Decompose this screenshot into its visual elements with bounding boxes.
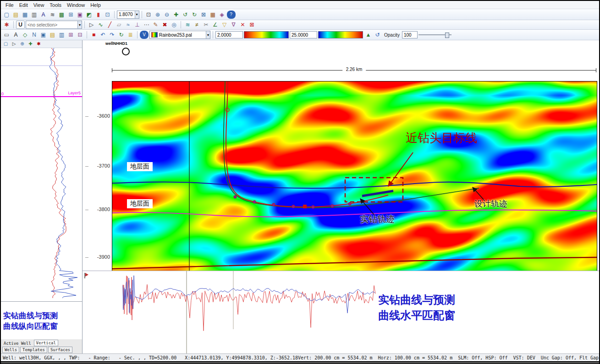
pick-horizon-icon[interactable]: ∿ [96,21,105,29]
next-view-icon[interactable]: ↻ [190,11,199,19]
select-pointer-icon[interactable]: ▷ [87,21,96,29]
tab-active-well[interactable]: Active Well [2,341,33,346]
palette-template-icon[interactable]: V [140,31,149,39]
tab-vertical[interactable]: Vertical [34,340,58,346]
pan-mode-icon[interactable]: ✚ [27,40,34,48]
undo-icon[interactable]: ↶ [99,31,107,39]
visibility-icon[interactable]: ◎ [170,21,178,29]
draw-fault-icon[interactable]: ╱ [105,21,114,29]
pan-icon[interactable]: ✚ [172,11,181,19]
colorbar-icon[interactable]: ▮ [94,11,103,19]
reload-icon[interactable]: ↻ [117,31,126,39]
autotrack-icon[interactable]: ✎ [151,21,160,29]
smooth-icon[interactable]: ≈ [124,21,132,29]
palette-min-gradient[interactable] [244,31,289,38]
polygon-annotation-icon[interactable]: ◇ [21,31,29,39]
tab-wells[interactable]: Wells [2,347,19,353]
print-icon[interactable]: ▥ [30,11,39,19]
recompute-icon[interactable]: ↺ [373,31,382,39]
opacity-slider[interactable] [418,32,451,38]
target-line-segment[interactable] [362,191,393,196]
paste-icon[interactable]: ▤ [48,31,57,39]
grid-view-icon[interactable]: ⊞ [66,11,75,19]
wiggle-display-icon[interactable]: ≋ [48,11,57,19]
horizontal-match-panel[interactable]: 实钻曲线与预测 曲线水平匹配窗 [83,271,599,353]
histogram-icon[interactable]: ▲ [364,31,373,39]
copy-icon[interactable]: ▣ [39,31,48,39]
scissors-tool-icon[interactable]: ✂ [202,21,210,29]
wedge-tool-icon[interactable]: ▽ [220,21,229,29]
palette-min-input[interactable]: 2.0000 [215,31,243,38]
zoom-level-combo[interactable]: 1.8070 ▾ [117,11,139,19]
vertical-log-view[interactable]: Layer5 0 [1,48,82,304]
menu-window[interactable]: Window [64,2,88,8]
opacity-slider-thumb[interactable] [445,33,449,38]
chevron-down-icon[interactable]: ▾ [135,11,139,18]
depth-tick: -3600 [85,113,110,119]
full-extent-icon[interactable]: ⊠ [199,11,208,19]
redo-icon[interactable]: ↷ [108,31,116,39]
zoom-in-icon[interactable]: ⊕ [154,11,162,19]
actual-track-annotation: 实钻轨迹 [360,213,395,225]
north-arrow-icon[interactable]: N [30,31,39,39]
new-file-icon[interactable]: ▢ [2,11,11,19]
previous-view-icon[interactable]: ↺ [181,11,190,19]
chevron-down-icon[interactable]: ▾ [206,31,210,38]
delete-tool-icon[interactable]: ✕ [238,21,247,29]
rect-annotation-icon[interactable]: ▭ [2,31,11,39]
basemap-icon[interactable]: ⊡ [103,11,112,19]
menu-help[interactable]: Help [88,2,104,8]
list-icon[interactable]: ≣ [126,31,135,39]
palette-max-input[interactable]: 25.0000 [290,31,317,38]
fault-stick-tool-icon[interactable]: ≠ [193,21,201,29]
pointer-mode-icon[interactable]: ▷ [10,40,18,48]
opacity-input[interactable]: 100 [402,31,418,38]
map-view-icon[interactable]: ◩ [85,11,94,19]
zoom-mode-icon[interactable]: ⊕ [18,40,26,48]
menu-file[interactable]: File [3,2,17,8]
undo-marker-button[interactable]: U [16,21,25,29]
palette-max-gradient[interactable] [318,31,363,38]
horizon-darkred-line[interactable] [112,257,597,269]
open-folder-icon[interactable]: ▤ [11,11,20,19]
group-icon[interactable]: ⊞ [66,31,75,39]
tab-templates[interactable]: Templates [20,347,47,353]
menu-view[interactable]: View [31,2,47,8]
section-view-icon[interactable]: ▣ [76,11,84,19]
wave-tool-icon[interactable]: ≋ [183,21,192,29]
zoom-rect-icon[interactable]: ⊡ [144,11,153,19]
rose-mode-icon[interactable]: ✱ [35,40,43,48]
text-annotation-icon[interactable]: A [11,31,20,39]
help-icon[interactable]: ? [227,11,236,19]
select-mode-icon[interactable]: ▢ [2,40,10,48]
seismic-main-area: wellNHHD1 2.26 km -3600 -3700 -3800 -390… [83,40,599,353]
compass-marker-icon[interactable]: ✱ [2,21,11,29]
interpolate-icon[interactable]: ⋯ [142,21,151,29]
snap-icon[interactable]: ⊥ [133,21,142,29]
font-icon[interactable]: A [39,11,48,19]
zoom-out-icon[interactable]: ⊖ [163,11,171,19]
chevron-down-icon[interactable]: ▾ [77,21,82,28]
stop-icon[interactable]: ■ [89,31,98,39]
layer5-marker-line[interactable] [1,96,82,97]
flatten-tool-icon[interactable]: ∇ [229,21,238,29]
menu-edit[interactable]: Edit [17,2,31,8]
status-coordinates: X:444713.0139, Y:4994878.3310, Z:-3652.1… [185,355,298,360]
tab-surfaces[interactable]: Surfaces [48,347,72,353]
palette-combo[interactable]: Rainbow253.pal ▾ [149,31,210,39]
erase-icon[interactable]: ▱ [115,21,123,29]
duplicate-icon[interactable]: ▥ [57,31,66,39]
close-tool-icon[interactable]: ⊠ [248,21,256,29]
horizon-blue-line[interactable] [112,182,597,188]
seismic-section[interactable]: 地层面 地层面 近钻头目标线 实钻轨迹 设计轨迹 [112,81,597,271]
ungroup-icon[interactable]: ⊟ [76,31,84,39]
save-icon[interactable]: ▦ [21,11,29,19]
snapshot-icon[interactable]: ▦ [209,11,217,19]
horizon-magenta-line[interactable] [112,210,597,217]
overlay-icon[interactable]: ◈ [218,11,226,19]
dip-tool-icon[interactable]: ∠ [211,21,220,29]
selection-combo[interactable]: <no selection> ▾ [26,21,82,29]
variable-density-icon[interactable]: ▩ [57,11,66,19]
menu-tools[interactable]: Tools [47,2,64,8]
delete-pick-icon[interactable]: ✖ [160,21,169,29]
